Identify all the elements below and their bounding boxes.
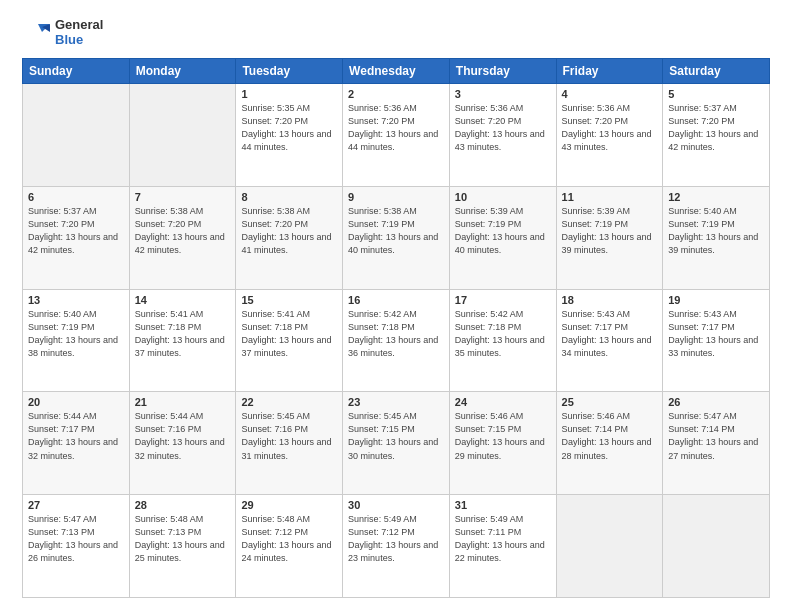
day-info: Sunrise: 5:37 AM Sunset: 7:20 PM Dayligh… (28, 205, 124, 257)
day-cell: 30Sunrise: 5:49 AM Sunset: 7:12 PM Dayli… (343, 495, 450, 598)
day-number: 29 (241, 499, 337, 511)
week-row-5: 27Sunrise: 5:47 AM Sunset: 7:13 PM Dayli… (23, 495, 770, 598)
day-number: 20 (28, 396, 124, 408)
logo: General Blue (22, 18, 103, 48)
day-number: 26 (668, 396, 764, 408)
day-info: Sunrise: 5:48 AM Sunset: 7:12 PM Dayligh… (241, 513, 337, 565)
day-info: Sunrise: 5:49 AM Sunset: 7:11 PM Dayligh… (455, 513, 551, 565)
day-number: 9 (348, 191, 444, 203)
day-number: 21 (135, 396, 231, 408)
day-cell: 15Sunrise: 5:41 AM Sunset: 7:18 PM Dayli… (236, 289, 343, 392)
day-number: 14 (135, 294, 231, 306)
day-info: Sunrise: 5:43 AM Sunset: 7:17 PM Dayligh… (562, 308, 658, 360)
col-header-monday: Monday (129, 59, 236, 84)
day-info: Sunrise: 5:44 AM Sunset: 7:17 PM Dayligh… (28, 410, 124, 462)
col-header-saturday: Saturday (663, 59, 770, 84)
day-number: 17 (455, 294, 551, 306)
day-info: Sunrise: 5:40 AM Sunset: 7:19 PM Dayligh… (668, 205, 764, 257)
day-info: Sunrise: 5:46 AM Sunset: 7:14 PM Dayligh… (562, 410, 658, 462)
day-cell: 9Sunrise: 5:38 AM Sunset: 7:19 PM Daylig… (343, 186, 450, 289)
week-row-3: 13Sunrise: 5:40 AM Sunset: 7:19 PM Dayli… (23, 289, 770, 392)
day-info: Sunrise: 5:41 AM Sunset: 7:18 PM Dayligh… (135, 308, 231, 360)
day-info: Sunrise: 5:36 AM Sunset: 7:20 PM Dayligh… (348, 102, 444, 154)
day-number: 28 (135, 499, 231, 511)
col-header-sunday: Sunday (23, 59, 130, 84)
day-cell: 4Sunrise: 5:36 AM Sunset: 7:20 PM Daylig… (556, 84, 663, 187)
day-cell: 21Sunrise: 5:44 AM Sunset: 7:16 PM Dayli… (129, 392, 236, 495)
day-info: Sunrise: 5:42 AM Sunset: 7:18 PM Dayligh… (348, 308, 444, 360)
day-info: Sunrise: 5:47 AM Sunset: 7:14 PM Dayligh… (668, 410, 764, 462)
day-info: Sunrise: 5:43 AM Sunset: 7:17 PM Dayligh… (668, 308, 764, 360)
day-info: Sunrise: 5:41 AM Sunset: 7:18 PM Dayligh… (241, 308, 337, 360)
col-header-wednesday: Wednesday (343, 59, 450, 84)
day-info: Sunrise: 5:49 AM Sunset: 7:12 PM Dayligh… (348, 513, 444, 565)
calendar-header-row: SundayMondayTuesdayWednesdayThursdayFrid… (23, 59, 770, 84)
day-cell: 5Sunrise: 5:37 AM Sunset: 7:20 PM Daylig… (663, 84, 770, 187)
day-number: 11 (562, 191, 658, 203)
day-number: 22 (241, 396, 337, 408)
day-number: 4 (562, 88, 658, 100)
day-number: 13 (28, 294, 124, 306)
day-info: Sunrise: 5:46 AM Sunset: 7:15 PM Dayligh… (455, 410, 551, 462)
day-number: 1 (241, 88, 337, 100)
day-info: Sunrise: 5:44 AM Sunset: 7:16 PM Dayligh… (135, 410, 231, 462)
day-info: Sunrise: 5:37 AM Sunset: 7:20 PM Dayligh… (668, 102, 764, 154)
day-number: 5 (668, 88, 764, 100)
day-number: 7 (135, 191, 231, 203)
week-row-4: 20Sunrise: 5:44 AM Sunset: 7:17 PM Dayli… (23, 392, 770, 495)
day-cell: 7Sunrise: 5:38 AM Sunset: 7:20 PM Daylig… (129, 186, 236, 289)
day-cell: 22Sunrise: 5:45 AM Sunset: 7:16 PM Dayli… (236, 392, 343, 495)
day-info: Sunrise: 5:42 AM Sunset: 7:18 PM Dayligh… (455, 308, 551, 360)
day-info: Sunrise: 5:39 AM Sunset: 7:19 PM Dayligh… (562, 205, 658, 257)
day-info: Sunrise: 5:38 AM Sunset: 7:19 PM Dayligh… (348, 205, 444, 257)
day-info: Sunrise: 5:39 AM Sunset: 7:19 PM Dayligh… (455, 205, 551, 257)
day-cell: 25Sunrise: 5:46 AM Sunset: 7:14 PM Dayli… (556, 392, 663, 495)
day-cell: 6Sunrise: 5:37 AM Sunset: 7:20 PM Daylig… (23, 186, 130, 289)
day-info: Sunrise: 5:45 AM Sunset: 7:16 PM Dayligh… (241, 410, 337, 462)
day-number: 10 (455, 191, 551, 203)
day-cell: 8Sunrise: 5:38 AM Sunset: 7:20 PM Daylig… (236, 186, 343, 289)
logo-general-text: General (55, 18, 103, 33)
day-number: 16 (348, 294, 444, 306)
day-number: 15 (241, 294, 337, 306)
week-row-1: 1Sunrise: 5:35 AM Sunset: 7:20 PM Daylig… (23, 84, 770, 187)
day-number: 18 (562, 294, 658, 306)
day-cell: 3Sunrise: 5:36 AM Sunset: 7:20 PM Daylig… (449, 84, 556, 187)
day-number: 12 (668, 191, 764, 203)
col-header-tuesday: Tuesday (236, 59, 343, 84)
day-number: 3 (455, 88, 551, 100)
day-cell: 29Sunrise: 5:48 AM Sunset: 7:12 PM Dayli… (236, 495, 343, 598)
day-cell: 13Sunrise: 5:40 AM Sunset: 7:19 PM Dayli… (23, 289, 130, 392)
day-cell: 12Sunrise: 5:40 AM Sunset: 7:19 PM Dayli… (663, 186, 770, 289)
day-cell: 24Sunrise: 5:46 AM Sunset: 7:15 PM Dayli… (449, 392, 556, 495)
day-cell: 18Sunrise: 5:43 AM Sunset: 7:17 PM Dayli… (556, 289, 663, 392)
day-number: 25 (562, 396, 658, 408)
day-info: Sunrise: 5:36 AM Sunset: 7:20 PM Dayligh… (562, 102, 658, 154)
day-info: Sunrise: 5:48 AM Sunset: 7:13 PM Dayligh… (135, 513, 231, 565)
day-cell (556, 495, 663, 598)
day-info: Sunrise: 5:38 AM Sunset: 7:20 PM Dayligh… (241, 205, 337, 257)
day-cell: 28Sunrise: 5:48 AM Sunset: 7:13 PM Dayli… (129, 495, 236, 598)
day-cell: 17Sunrise: 5:42 AM Sunset: 7:18 PM Dayli… (449, 289, 556, 392)
day-cell (663, 495, 770, 598)
day-cell: 11Sunrise: 5:39 AM Sunset: 7:19 PM Dayli… (556, 186, 663, 289)
day-number: 24 (455, 396, 551, 408)
day-info: Sunrise: 5:36 AM Sunset: 7:20 PM Dayligh… (455, 102, 551, 154)
day-cell: 19Sunrise: 5:43 AM Sunset: 7:17 PM Dayli… (663, 289, 770, 392)
day-cell: 14Sunrise: 5:41 AM Sunset: 7:18 PM Dayli… (129, 289, 236, 392)
day-cell: 27Sunrise: 5:47 AM Sunset: 7:13 PM Dayli… (23, 495, 130, 598)
day-number: 31 (455, 499, 551, 511)
day-number: 23 (348, 396, 444, 408)
col-header-friday: Friday (556, 59, 663, 84)
logo-blue-text: Blue (55, 33, 103, 48)
day-number: 27 (28, 499, 124, 511)
logo-bird-icon (22, 18, 52, 48)
day-info: Sunrise: 5:38 AM Sunset: 7:20 PM Dayligh… (135, 205, 231, 257)
day-cell: 10Sunrise: 5:39 AM Sunset: 7:19 PM Dayli… (449, 186, 556, 289)
day-info: Sunrise: 5:40 AM Sunset: 7:19 PM Dayligh… (28, 308, 124, 360)
day-number: 8 (241, 191, 337, 203)
day-cell (129, 84, 236, 187)
col-header-thursday: Thursday (449, 59, 556, 84)
day-cell: 31Sunrise: 5:49 AM Sunset: 7:11 PM Dayli… (449, 495, 556, 598)
page-header: General Blue (22, 18, 770, 48)
